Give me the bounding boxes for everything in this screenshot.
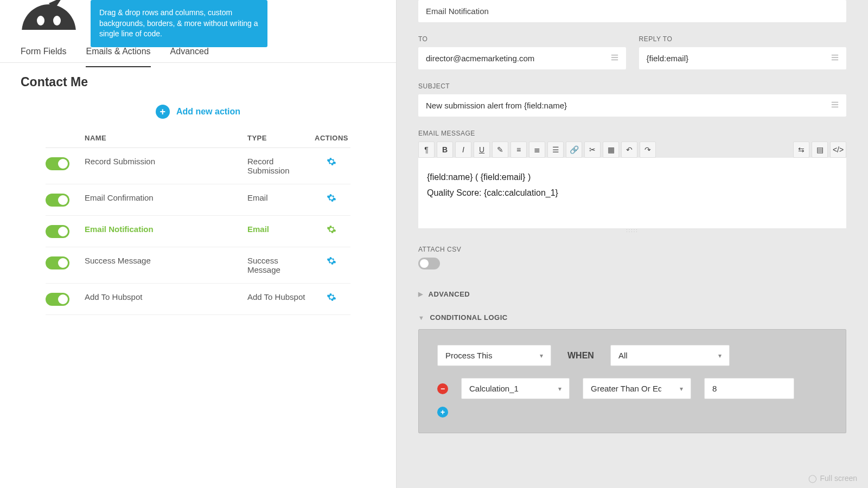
merge-tag-icon[interactable]: [831, 54, 839, 63]
table-icon[interactable]: ▦: [603, 142, 619, 158]
match-select[interactable]: All ▾: [610, 345, 730, 366]
chevron-down-icon: ▾: [558, 385, 561, 393]
gear-icon[interactable]: [327, 224, 336, 234]
paragraph-icon[interactable]: ¶: [418, 142, 435, 158]
italic-icon[interactable]: I: [455, 142, 471, 158]
svg-rect-6: [832, 57, 838, 58]
action-type: Email: [247, 193, 312, 202]
condition-operator-value: Greater Than Or Equal: [591, 384, 661, 393]
when-label: WHEN: [567, 351, 594, 361]
action-name: Add To Hubspot: [85, 292, 247, 301]
process-select[interactable]: Process This ▾: [437, 345, 551, 366]
underline-icon[interactable]: U: [474, 142, 490, 158]
reply-to-label: REPLY TO: [639, 35, 847, 43]
ordered-list-icon[interactable]: ≡: [510, 142, 527, 158]
gear-icon[interactable]: [327, 256, 336, 266]
to-value: director@acmemarketing.com: [426, 54, 534, 63]
editor-toolbar: ¶ B I U ✎ ≡ ≣ ☰ 🔗 ✂ ▦ ↶ ↷ ⇆ ▤ </>: [418, 142, 846, 158]
gear-icon[interactable]: [327, 157, 336, 166]
message-line-1: {field:name} ( {field:email} ): [427, 170, 838, 185]
fullscreen-button[interactable]: ◯ Full screen: [808, 474, 857, 483]
bold-icon[interactable]: B: [437, 142, 453, 158]
action-row[interactable]: Email NotificationEmail: [46, 216, 350, 247]
chevron-down-icon: ▾: [540, 352, 543, 359]
action-type: Record Submission: [247, 157, 312, 175]
action-toggle[interactable]: [46, 225, 69, 238]
svg-rect-3: [611, 57, 617, 58]
action-name: Email Notification: [85, 224, 247, 234]
svg-point-1: [53, 16, 61, 25]
svg-rect-9: [832, 104, 838, 105]
gear-icon[interactable]: [327, 193, 336, 203]
conditional-section-toggle[interactable]: ▼ CONDITIONAL LOGIC: [418, 306, 846, 329]
merge-tag-icon[interactable]: [611, 54, 618, 63]
add-condition-button[interactable]: +: [437, 407, 448, 418]
unlink-icon[interactable]: ✂: [584, 142, 601, 158]
condition-operator-select[interactable]: Greater Than Or Equal ▾: [583, 378, 691, 399]
caret-right-icon: ▶: [418, 291, 423, 298]
condition-field-value: Calculation_1: [469, 384, 519, 393]
action-toggle[interactable]: [46, 256, 69, 269]
caret-down-icon: ▼: [418, 314, 424, 321]
conditional-section-label: CONDITIONAL LOGIC: [430, 313, 507, 322]
page-title: Contact Me: [0, 63, 396, 89]
svg-rect-8: [832, 102, 838, 103]
chevron-down-icon: ▾: [680, 385, 683, 393]
to-input[interactable]: director@acmemarketing.com: [418, 47, 626, 69]
undo-icon[interactable]: ↶: [621, 142, 637, 158]
advanced-section-toggle[interactable]: ▶ ADVANCED: [418, 282, 846, 306]
action-name: Success Message: [85, 256, 247, 265]
subject-label: SUBJECT: [418, 82, 846, 90]
action-type: Add To Hubspot: [247, 292, 312, 301]
reply-to-input[interactable]: {field:email}: [639, 47, 847, 69]
promo-tooltip: Drag & drop rows and columns, custom bac…: [91, 0, 267, 47]
svg-rect-5: [832, 55, 838, 56]
process-select-value: Process This: [445, 351, 492, 360]
code-view-icon[interactable]: </>: [830, 142, 846, 158]
svg-point-0: [37, 16, 44, 25]
redo-icon[interactable]: ↷: [640, 142, 656, 158]
action-row[interactable]: Record SubmissionRecord Submission: [46, 148, 350, 184]
eraser-icon[interactable]: ✎: [492, 142, 508, 158]
subject-value: New submission alert from {field:name}: [426, 101, 567, 110]
condition-field-select[interactable]: Calculation_1 ▾: [461, 378, 570, 399]
svg-rect-2: [611, 55, 617, 56]
fullscreen-icon: ◯: [808, 474, 817, 483]
link-icon[interactable]: 🔗: [566, 142, 582, 158]
resize-grip[interactable]: :::::: [418, 228, 846, 233]
plus-icon: +: [156, 105, 170, 119]
to-label: TO: [418, 35, 626, 43]
align-icon[interactable]: ☰: [547, 142, 564, 158]
fullscreen-editor-icon[interactable]: ▤: [812, 142, 828, 158]
unordered-list-icon[interactable]: ≣: [529, 142, 545, 158]
attach-csv-toggle[interactable]: [418, 258, 440, 269]
action-row[interactable]: Email ConfirmationEmail: [46, 184, 350, 216]
action-row[interactable]: Add To HubspotAdd To Hubspot: [46, 284, 350, 315]
reply-to-value: {field:email}: [647, 54, 689, 63]
action-name: Record Submission: [85, 157, 247, 166]
add-action-label: Add new action: [176, 107, 240, 117]
action-name: Email Confirmation: [85, 193, 247, 202]
advanced-section-label: ADVANCED: [429, 290, 470, 298]
subject-input[interactable]: New submission alert from {field:name}: [418, 94, 846, 117]
condition-value-input[interactable]: 8: [704, 378, 794, 399]
gear-icon[interactable]: [327, 292, 336, 302]
svg-rect-10: [832, 107, 838, 108]
fullscreen-label: Full screen: [820, 474, 857, 483]
action-toggle[interactable]: [46, 194, 69, 207]
add-action-button[interactable]: + Add new action: [46, 98, 350, 129]
chevron-down-icon: ▾: [718, 352, 722, 359]
attach-csv-label: ATTACH CSV: [418, 246, 846, 253]
merge-tags-icon[interactable]: ⇆: [793, 142, 809, 158]
action-row[interactable]: Success MessageSuccess Message: [46, 247, 350, 284]
conditional-logic-panel: Process This ▾ WHEN All ▾ − Calculation_…: [418, 329, 846, 433]
action-name-input[interactable]: Email Notification: [418, 0, 846, 22]
message-editor[interactable]: {field:name} ( {field:email} ) Quality S…: [418, 158, 846, 228]
remove-condition-button[interactable]: −: [437, 383, 448, 394]
header-type: TYPE: [247, 134, 312, 142]
header-name: NAME: [85, 134, 247, 142]
merge-tag-icon[interactable]: [831, 101, 839, 110]
app-logo: [16, 0, 76, 30]
action-toggle[interactable]: [46, 157, 69, 170]
action-toggle[interactable]: [46, 293, 69, 306]
